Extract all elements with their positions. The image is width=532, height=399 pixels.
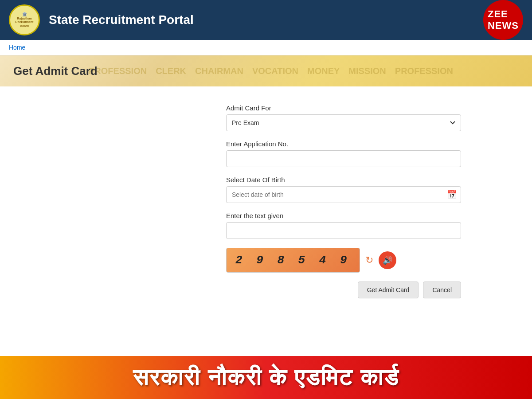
captcha-row: 2 9 8 5 4 9 ↻ 🔊 [226,248,461,273]
page-banner: PROFESSION CLERK CHAIRMAN VOCATION MONEY… [0,55,532,86]
calendar-icon[interactable]: 📅 [447,190,457,200]
main-content: Admit Card For Pre Exam Mains Exam Enter… [0,86,532,316]
admit-card-for-group: Admit Card For Pre Exam Mains Exam [226,104,461,131]
page-header: 🏛️ Rajasthan Recruitment Board State Rec… [0,0,532,40]
date-of-birth-input[interactable] [226,186,461,203]
captcha-image: 2 9 8 5 4 9 [226,248,360,273]
date-input-wrapper: 📅 [226,186,461,203]
captcha-input[interactable] [226,222,461,239]
bottom-banner-text: सरकारी नौकरी के एडमिट कार्ड [133,364,399,391]
application-no-input[interactable] [226,150,461,167]
date-of-birth-label: Select Date Of Birth [226,176,461,184]
application-no-label: Enter Application No. [226,140,461,148]
application-no-group: Enter Application No. [226,140,461,167]
home-link[interactable]: Home [9,44,25,51]
refresh-captcha-icon[interactable]: ↻ [365,254,373,266]
captcha-label: Enter the text given [226,212,461,219]
page-title: Get Admit Card [13,64,98,78]
get-admit-card-button[interactable]: Get Admit Card [358,282,419,298]
bottom-banner: सरकारी नौकरी के एडमिट कार्ड [0,356,532,399]
action-buttons: Get Admit Card Cancel [226,282,461,298]
cancel-button[interactable]: Cancel [423,282,461,298]
portal-title: State Recruitment Portal [49,13,483,27]
zee-news-logo: ZEE NEWS [483,0,523,40]
nav-bar: Home [0,40,532,55]
audio-captcha-icon[interactable]: 🔊 [379,251,396,269]
date-of-birth-group: Select Date Of Birth 📅 [226,176,461,203]
admit-card-for-label: Admit Card For [226,104,461,112]
captcha-text-group: Enter the text given [226,212,461,239]
admit-card-form: Admit Card For Pre Exam Mains Exam Enter… [226,104,461,298]
admit-card-for-select[interactable]: Pre Exam Mains Exam [226,114,461,131]
portal-logo: 🏛️ Rajasthan Recruitment Board [9,4,40,35]
